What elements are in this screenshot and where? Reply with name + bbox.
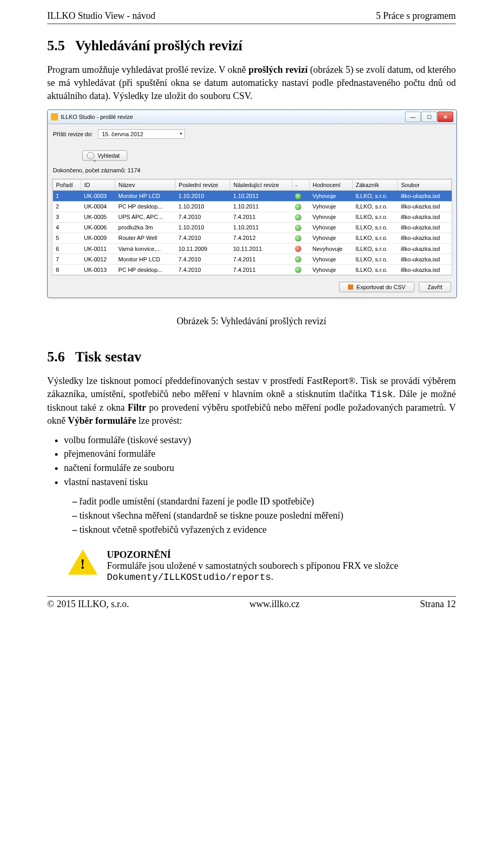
screenshot-window: ILLKO Studio - prošlé revize — ☐ ✕ Příšt… bbox=[47, 109, 457, 298]
list-item: řadit podle umístění (standardní řazení … bbox=[72, 495, 456, 508]
status-text: Dokončeno, počet záznamů: 1174 bbox=[48, 164, 456, 177]
table-row[interactable]: 7UK-0012Monitor HP LCD7.4.20107.4.2011Vy… bbox=[53, 254, 452, 265]
section-5-5-paragraph: Program umožňuje vyhledávat prošlé reviz… bbox=[47, 63, 456, 102]
maximize-button[interactable]: ☐ bbox=[421, 112, 437, 122]
column-header[interactable]: Hodnocení bbox=[309, 180, 352, 191]
list-item: volbu formuláře (tiskové sestavy) bbox=[64, 434, 456, 447]
list-item: tisknout včetně spotřebičů vyřazených z … bbox=[72, 523, 456, 536]
next-revision-label: Příští revize do: bbox=[53, 131, 93, 137]
list-item: načtení formuláře ze souboru bbox=[64, 462, 456, 475]
status-ok-icon bbox=[295, 267, 301, 273]
page-footer: © 2015 ILLKO, s.r.o. www.illko.cz Strana… bbox=[47, 596, 456, 610]
column-header[interactable]: Zákazník bbox=[352, 180, 398, 191]
results-grid[interactable]: PořadíIDNázevPoslední revizeNásledující … bbox=[52, 179, 452, 276]
grid-header-row[interactable]: PořadíIDNázevPoslední revizeNásledující … bbox=[53, 180, 452, 191]
column-header[interactable]: ID bbox=[81, 180, 115, 191]
warning-title: UPOZORNĚNÍ bbox=[107, 550, 456, 561]
table-row[interactable]: 1UK-0003Monitor HP LCD1.10.20101.10.2011… bbox=[53, 191, 452, 201]
bullet-list-1: volbu formuláře (tiskové sestavy)přejmen… bbox=[47, 434, 456, 489]
table-row[interactable]: 8UK-0013PC HP desktop...7.4.20107.4.2011… bbox=[53, 265, 452, 275]
warning-box: ! UPOZORNĚNÍ Formuláře jsou uložené v sa… bbox=[68, 550, 456, 583]
status-ok-icon bbox=[295, 235, 301, 241]
table-row[interactable]: 6UK-0011Varná konvice,...10.11.200910.11… bbox=[53, 243, 452, 254]
search-icon bbox=[87, 152, 94, 159]
status-ok-icon bbox=[295, 204, 301, 210]
status-ok-icon bbox=[295, 225, 301, 231]
table-row[interactable]: 5UK-0009Router AP Well7.4.20107.4.2012Vy… bbox=[53, 233, 452, 243]
table-row[interactable]: 4UK-0006prodlužka 3m1.10.20101.10.2011Vy… bbox=[53, 222, 452, 233]
column-header[interactable]: - bbox=[292, 180, 309, 191]
list-item: tisknout všechna měření (standardně se t… bbox=[72, 509, 456, 522]
app-icon bbox=[51, 113, 58, 120]
column-header[interactable]: Název bbox=[115, 180, 176, 191]
table-row[interactable]: 3UK-0005UPS APC, APC...7.4.20107.4.2011V… bbox=[53, 212, 452, 222]
date-picker[interactable]: 15. června 2012 bbox=[98, 129, 185, 139]
close-button[interactable]: ✕ bbox=[438, 112, 453, 122]
search-button[interactable]: Vyhledat bbox=[82, 150, 127, 161]
table-row[interactable]: 2UK-0004PC HP desktop...1.10.20101.10.20… bbox=[53, 201, 452, 212]
column-header[interactable]: Poslední revize bbox=[176, 180, 230, 191]
status-fail-icon bbox=[295, 246, 301, 252]
footer-center: www.illko.cz bbox=[249, 599, 300, 610]
section-5-6-heading: 5.6 Tisk sestav bbox=[47, 349, 456, 365]
window-titlebar: ILLKO Studio - prošlé revize — ☐ ✕ bbox=[48, 110, 456, 124]
minimize-button[interactable]: — bbox=[405, 112, 421, 122]
warning-body: Formuláře jsou uložené v samostatných so… bbox=[107, 561, 456, 583]
close-dialog-button[interactable]: Zavřít bbox=[419, 282, 451, 292]
section-5-5-heading: 5.5 Vyhledávání prošlých revizí bbox=[47, 38, 456, 54]
header-left: ILLKO Studio View - návod bbox=[47, 10, 156, 21]
column-header[interactable]: Soubor bbox=[398, 180, 452, 191]
export-csv-button[interactable]: Exportovat do CSV bbox=[339, 282, 414, 292]
window-title: ILLKO Studio - prošlé revize bbox=[61, 114, 133, 120]
section-5-6-paragraph: Výsledky lze tisknout pomocí předdefinov… bbox=[47, 375, 456, 427]
warning-icon: ! bbox=[68, 550, 97, 575]
export-icon bbox=[348, 284, 353, 290]
footer-left: © 2015 ILLKO, s.r.o. bbox=[47, 599, 129, 610]
list-item: vlastní nastavení tisku bbox=[64, 476, 456, 489]
page-header: ILLKO Studio View - návod 5 Práce s prog… bbox=[47, 10, 456, 24]
status-ok-icon bbox=[295, 193, 301, 200]
column-header[interactable]: Pořadí bbox=[53, 180, 81, 191]
header-right: 5 Práce s programem bbox=[376, 10, 456, 21]
column-header[interactable]: Následující revize bbox=[230, 180, 292, 191]
figure-5-caption: Obrázek 5: Vyhledávání prošlých revizí bbox=[47, 316, 456, 327]
status-ok-icon bbox=[295, 214, 301, 221]
bullet-list-2: řadit podle umístění (standardní řazení … bbox=[47, 495, 456, 536]
footer-right: Strana 12 bbox=[420, 599, 456, 610]
list-item: přejmenování formuláře bbox=[64, 447, 456, 460]
status-ok-icon bbox=[295, 256, 301, 262]
